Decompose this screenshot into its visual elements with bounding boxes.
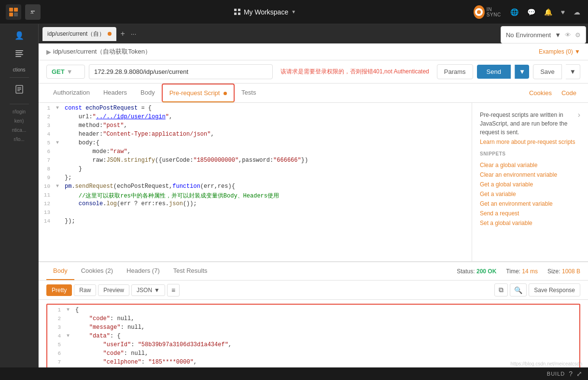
workspace-selector[interactable]: My Workspace ▼ — [234, 8, 296, 16]
resp-line-6: 6 "code": null, — [49, 350, 577, 359]
help-icon[interactable]: ? — [569, 370, 573, 378]
response-code-area[interactable]: 1 ▼ { 2 "code": null, 3 "message": null, — [39, 300, 588, 367]
resp-tab-headers[interactable]: Headers (7) — [120, 262, 167, 280]
time-value: 14 ms — [522, 268, 538, 275]
expand-icon[interactable]: ⤢ — [576, 370, 582, 378]
response-area: Body Cookies (2) Headers (7) Test Result… — [39, 261, 588, 367]
snippet-send-request[interactable]: Send a request — [480, 209, 580, 218]
sub-tabs: Authorization Headers Body Pre-request S… — [39, 84, 588, 103]
filter-btn[interactable]: ≡ — [167, 284, 180, 296]
svg-rect-0 — [9, 8, 13, 12]
sidebar-nav-item-login[interactable]: r/login — [11, 108, 28, 115]
snippets-learn-link[interactable]: Learn more about pre-request scripts — [480, 139, 580, 145]
code-line-3: 3 method:"post", — [39, 122, 472, 131]
svg-rect-5 — [15, 50, 23, 51]
resp-line-4: 4 ▼ "data": { — [49, 333, 577, 341]
code-line-8: 8 } — [39, 166, 472, 174]
tab-headers[interactable]: Headers — [97, 84, 134, 102]
workspace-title-label: My Workspace — [244, 8, 288, 16]
code-line-11: 11 //这里可以获取res中的各种属性，并可以封装成变量供Body、Heade… — [39, 192, 472, 200]
sidebar-item-user[interactable]: 👤 — [5, 28, 34, 44]
format-select[interactable]: JSON ▼ — [131, 284, 165, 296]
code-line-14: 14 }); — [39, 218, 472, 226]
code-line-1: 1 ▼ const echoPostRequest = { — [39, 105, 472, 113]
tab-add-button[interactable]: + — [118, 28, 126, 40]
method-select[interactable]: GET ▼ — [46, 65, 85, 79]
sidebar-item-collections[interactable] — [5, 46, 34, 64]
sync-label: IN SYNC — [487, 7, 504, 17]
response-actions: ⧉ 🔍 Save Response — [494, 283, 580, 296]
send-dropdown-button[interactable]: ▼ — [515, 65, 529, 79]
snippet-clear-global[interactable]: Clear a global variable — [480, 160, 580, 170]
snippet-set-global[interactable]: Set a global variable — [480, 218, 580, 228]
resp-line-7: 7 "cellphone": "185****0000", — [49, 359, 577, 367]
svg-rect-8 — [15, 56, 21, 57]
snippets-expand-icon[interactable]: › — [578, 111, 580, 119]
snippet-get-global[interactable]: Get a global variable — [480, 180, 580, 189]
sync-indicator — [474, 5, 485, 19]
code-link[interactable]: Code — [558, 84, 580, 101]
resp-tab-test-results[interactable]: Test Results — [167, 262, 214, 280]
save-button[interactable]: Save — [533, 64, 562, 79]
tab-more-button[interactable]: ··· — [129, 28, 139, 40]
tab-pre-request-script[interactable]: Pre-request Script — [162, 84, 235, 102]
sidebar-item-page[interactable] — [5, 82, 34, 100]
request-header: ▶ idp/user/current（自动获取Token） Examples (… — [39, 43, 588, 60]
svg-rect-12 — [17, 90, 20, 91]
code-line-2: 2 url:"../../idp/user/login", — [39, 113, 472, 122]
bell-icon[interactable]: 🔔 — [542, 6, 554, 18]
tab-authorization[interactable]: Authorization — [46, 84, 97, 102]
sidebar-nav-item-auth[interactable]: ntica... — [10, 127, 28, 134]
url-input[interactable] — [89, 64, 273, 79]
raw-btn[interactable]: Raw — [74, 284, 96, 296]
cloud-icon[interactable]: ☁ — [572, 6, 582, 18]
env-eye-icon[interactable]: 👁 — [565, 31, 571, 39]
examples-link[interactable]: Examples (0) ▼ — [539, 48, 580, 55]
format-chevron: ▼ — [154, 287, 160, 294]
resp-tab-cookies[interactable]: Cookies (2) — [74, 262, 120, 280]
status-label: Status: 200 OK — [457, 268, 496, 275]
snippet-get-env[interactable]: Get an environment variable — [480, 199, 580, 209]
globe-icon[interactable]: 🌐 — [508, 6, 520, 18]
cookies-link[interactable]: Cookies — [525, 84, 556, 101]
copy-btn[interactable]: ⧉ — [494, 283, 508, 296]
size-value: 1008 B — [562, 268, 580, 275]
tab-tests[interactable]: Tests — [235, 84, 263, 102]
snippets-panel: › Pre-request scripts are written in Jav… — [472, 103, 588, 261]
resp-line-2: 2 "code": null, — [49, 315, 577, 324]
snippet-get-var[interactable]: Get a variable — [480, 189, 580, 199]
snippet-clear-env[interactable]: Clear an environment variable — [480, 170, 580, 180]
resp-line-1: 1 ▼ { — [49, 307, 577, 315]
tab-body[interactable]: Body — [134, 84, 162, 102]
workspace-chevron: ▼ — [291, 9, 296, 14]
sidebar-nav-item-user[interactable]: r/lo... — [12, 136, 26, 143]
params-button[interactable]: Params — [437, 64, 473, 79]
code-area[interactable]: 1 ▼ const echoPostRequest = { 2 url:"../… — [39, 103, 472, 261]
response-controls: Pretty Raw Preview JSON ▼ ≡ ⧉ 🔍 Save Res… — [39, 281, 588, 300]
send-button[interactable]: Send — [477, 65, 511, 79]
resp-tab-body[interactable]: Body — [46, 262, 74, 280]
back-btn[interactable] — [25, 4, 41, 20]
env-gear-icon[interactable]: ⚙ — [575, 31, 581, 39]
request-tab-current[interactable]: idp/user/current（自） — [42, 27, 116, 41]
sync-button[interactable]: IN SYNC — [474, 5, 504, 19]
sidebar-nav-item-token[interactable]: ken) — [13, 117, 26, 125]
svg-rect-2 — [9, 13, 13, 16]
nav-right: IN SYNC 🌐 💬 🔔 ♥ ☁ — [486, 5, 582, 19]
nav-left — [6, 4, 44, 20]
environment-selector[interactable]: No Environment ▼ 👁 ⚙ — [501, 26, 586, 43]
build-bar: BUILD ? ⤢ — [0, 367, 588, 380]
svg-rect-4 — [30, 13, 33, 14]
sidebar: 👤 ctions r/login ken) ntica... r/lo... — [0, 24, 39, 367]
svg-rect-7 — [15, 54, 23, 55]
comment-icon[interactable]: 💬 — [525, 6, 537, 18]
collections-icon — [14, 49, 24, 60]
search-btn[interactable]: 🔍 — [510, 283, 527, 296]
status-value: 200 OK — [476, 268, 496, 275]
heart-icon[interactable]: ♥ — [559, 6, 567, 18]
save-response-btn[interactable]: Save Response — [529, 283, 580, 296]
preview-btn[interactable]: Preview — [98, 284, 129, 296]
save-dropdown-button[interactable]: ▼ — [566, 64, 580, 79]
pretty-btn[interactable]: Pretty — [46, 284, 72, 296]
url-hint: 该请求是需要登录权限的，否则报错401,not Authenticated — [277, 68, 433, 76]
